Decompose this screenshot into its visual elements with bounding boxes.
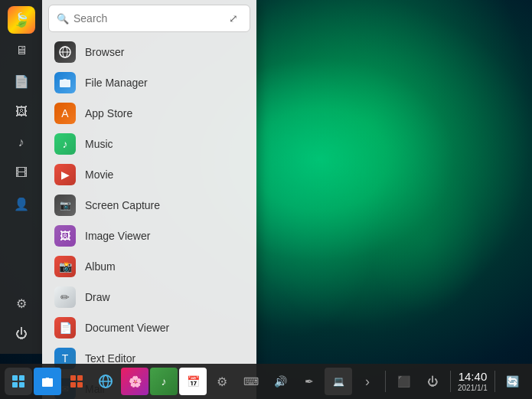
screencapture-icon: 📷	[54, 195, 76, 216]
svg-rect-4	[12, 375, 18, 381]
taskbar-update-icon[interactable]: 🔄	[499, 368, 527, 395]
list-item[interactable]: A App Store	[42, 98, 256, 129]
list-item[interactable]: 🖼 Image Viewer	[42, 221, 256, 251]
draw-icon: ✏	[54, 286, 76, 308]
movie-label: Movie	[85, 168, 113, 181]
sidebar-icon-film[interactable]: 🎞	[8, 159, 35, 187]
docviewer-label: Document Viewer	[85, 322, 169, 334]
sidebar-icon-user[interactable]: 👤	[8, 190, 35, 217]
music-label: Music	[85, 138, 113, 150]
taskbar-start-button[interactable]	[5, 368, 32, 395]
sidebar-icon-image[interactable]: 🖼	[8, 98, 35, 126]
list-item[interactable]: 📸 Album	[42, 251, 256, 282]
list-item[interactable]: ♪ Music	[42, 129, 256, 159]
taskbar-notify-icon[interactable]: 🔔	[528, 368, 532, 395]
album-icon: 📸	[54, 256, 76, 277]
screencapture-label: Screen Capture	[85, 199, 160, 211]
taskbar-settings-icon[interactable]: ⚙	[208, 368, 236, 395]
taskbar-files-icon[interactable]	[34, 368, 61, 395]
taskbar-separator-1	[385, 371, 386, 392]
taskbar-keyboard-icon[interactable]: ⌨	[237, 368, 265, 395]
music-icon: ♪	[54, 133, 76, 155]
taskbar-more-icon[interactable]: ›	[354, 368, 381, 395]
sidebar-icon-monitor[interactable]: 🖥	[8, 37, 35, 64]
clock-date: 2021/1/1	[458, 384, 488, 392]
search-icon: 🔍	[57, 13, 69, 25]
app-list: Browser File Manager A App Store	[42, 37, 256, 399]
svg-rect-5	[19, 375, 24, 381]
sidebar-icon-file[interactable]: 📄	[8, 67, 35, 95]
svg-rect-7	[19, 382, 24, 388]
taskbar-store-icon[interactable]	[63, 368, 90, 395]
svg-rect-3	[60, 80, 70, 87]
filemanager-icon	[54, 72, 76, 93]
app-launcher: 🔍 ⤢ Browser	[42, 0, 256, 399]
svg-rect-6	[12, 382, 18, 388]
album-label: Album	[85, 260, 116, 273]
list-item[interactable]: 📄 Document Viewer	[42, 312, 256, 343]
texteditor-label: Text Editor	[85, 352, 135, 365]
filemanager-label: File Manager	[85, 77, 148, 89]
clock: 14:40 2021/1/1	[458, 371, 488, 392]
list-item[interactable]: Browser	[42, 37, 256, 67]
list-item[interactable]: ✏ Draw	[42, 282, 256, 312]
svg-rect-9	[70, 375, 76, 381]
appstore-icon: A	[54, 103, 76, 124]
taskbar-volume-icon[interactable]: 🔊	[266, 368, 294, 395]
clock-time: 14:40	[459, 371, 488, 384]
taskbar-window-icon[interactable]: ⬛	[390, 368, 417, 395]
imageviewer-icon: 🖼	[54, 225, 76, 247]
sidebar-icon-music[interactable]: ♪	[8, 129, 35, 156]
list-item[interactable]: File Manager	[42, 67, 256, 98]
list-item[interactable]: ▶ Movie	[42, 159, 256, 190]
imageviewer-label: Image Viewer	[85, 230, 150, 242]
taskbar: 🌸 ♪ 📅 ⚙ ⌨ 🔊 ✒ 💻 › ⬛ ⏻	[0, 364, 532, 399]
sidebar-icon-power[interactable]: ⏻	[8, 320, 35, 348]
svg-rect-8	[42, 378, 53, 387]
search-bar: 🔍 ⤢	[48, 5, 250, 32]
browser-label: Browser	[85, 46, 124, 58]
sidebar-icon-settings[interactable]: ⚙	[8, 289, 35, 317]
desktop: 🍃 🖥 📄 🖼 ♪ 🎞 👤 ⚙ ⏻ 🔍 ⤢	[0, 0, 532, 399]
taskbar-separator-3	[494, 371, 495, 392]
svg-rect-10	[77, 375, 83, 381]
search-input[interactable]	[73, 12, 225, 25]
browser-icon	[54, 41, 76, 63]
taskbar-screen-icon[interactable]: 💻	[325, 368, 352, 395]
expand-button[interactable]: ⤢	[225, 10, 242, 27]
taskbar-pen-icon[interactable]: ✒	[295, 368, 323, 395]
taskbar-calendar-icon[interactable]: 📅	[179, 368, 207, 395]
taskbar-gallery-icon[interactable]: 🌸	[121, 368, 149, 395]
sidebar-logo[interactable]: 🍃	[8, 6, 35, 34]
movie-icon: ▶	[54, 164, 76, 185]
svg-rect-11	[70, 382, 76, 388]
taskbar-separator-2	[450, 371, 451, 392]
draw-label: Draw	[85, 291, 110, 303]
svg-rect-12	[77, 382, 83, 388]
appstore-label: App Store	[85, 107, 132, 119]
taskbar-browser-icon[interactable]	[92, 368, 119, 395]
docviewer-icon: 📄	[54, 317, 76, 338]
sidebar: 🍃 🖥 📄 🖼 ♪ 🎞 👤 ⚙ ⏻	[0, 0, 42, 354]
list-item[interactable]: 📷 Screen Capture	[42, 190, 256, 221]
taskbar-power-icon[interactable]: ⏻	[419, 368, 446, 395]
taskbar-music-icon[interactable]: ♪	[150, 368, 178, 395]
